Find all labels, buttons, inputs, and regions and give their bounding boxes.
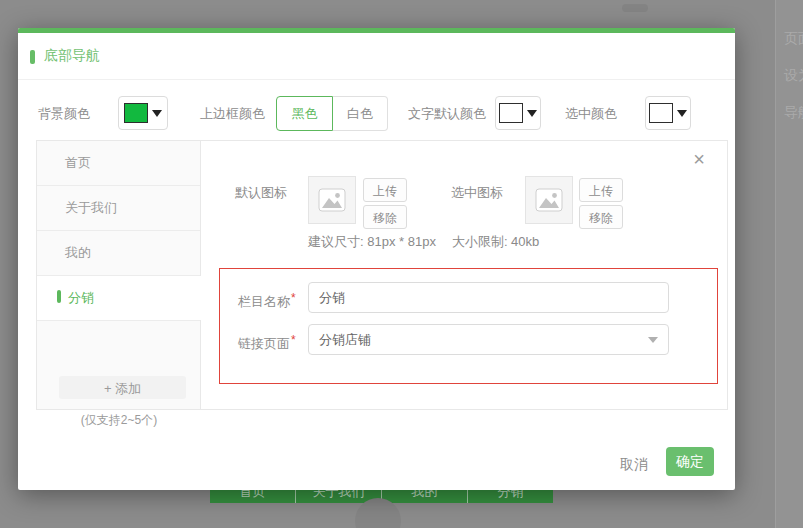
limit-hint: 大小限制: 40kb [452, 234, 539, 249]
tab-label: 首页 [65, 155, 91, 170]
selected-icon-upload-button[interactable]: 上传 [579, 178, 623, 202]
background-panel-item: 导航 [784, 104, 803, 122]
page-scroll-dash [622, 4, 648, 12]
default-icon-upload-button[interactable]: 上传 [363, 178, 407, 202]
text-default-color-label: 文字默认颜色 [408, 105, 486, 123]
required-mark: * [291, 291, 296, 305]
link-page-select[interactable]: 分销店铺 [308, 324, 669, 355]
modal-header: 底部导航 [18, 33, 735, 80]
selected-icon-remove-button[interactable]: 移除 [579, 205, 623, 229]
caret-down-icon [152, 110, 162, 117]
selected-icon-label: 选中图标 [451, 184, 503, 202]
screen: 页面设为导航 首页关于我们我的分销 底部导航 背景颜色 上边框颜色 黑色 白色 … [0, 0, 803, 528]
confirm-button[interactable]: 确定 [666, 447, 714, 476]
default-icon-label: 默认图标 [235, 184, 287, 202]
background-panel-item: 页面 [784, 30, 803, 48]
bottom-nav-settings-modal: 底部导航 背景颜色 上边框颜色 黑色 白色 文字默认颜色 选中颜色 首页关 [18, 28, 735, 490]
tab-label: 分销 [68, 290, 94, 305]
border-white-button[interactable]: 白色 [333, 96, 388, 131]
selected-color-label: 选中颜色 [565, 105, 617, 123]
image-icon [535, 188, 563, 212]
top-border-color-label: 上边框颜色 [200, 105, 265, 123]
tabs-count-note: (仅支持2~5个) [36, 412, 202, 429]
selected-color-picker[interactable] [645, 96, 691, 130]
link-page-value: 分销店铺 [319, 332, 371, 347]
text-color-swatch [499, 103, 523, 123]
border-black-button[interactable]: 黑色 [276, 96, 333, 131]
item-name-label: 栏目名称* [238, 291, 296, 311]
text-color-picker[interactable] [495, 96, 541, 130]
caret-down-icon [677, 110, 687, 117]
required-mark: * [291, 333, 296, 347]
sidebar-tab-我的[interactable]: 我的 [37, 231, 200, 276]
sidebar-tab-分销[interactable]: 分销 [37, 276, 200, 321]
tab-label: 我的 [65, 245, 91, 260]
cancel-button[interactable]: 取消 [614, 452, 654, 478]
modal-title: 底部导航 [44, 47, 100, 65]
selected-color-swatch [649, 103, 673, 123]
bg-color-picker[interactable] [118, 96, 168, 130]
image-icon [318, 188, 346, 212]
bg-color-swatch [124, 103, 148, 123]
upload-hints: 建议尺寸: 81px * 81px大小限制: 40kb [308, 233, 555, 251]
caret-down-icon [648, 337, 658, 343]
nav-items-sidebar: 首页关于我们我的分销 [37, 141, 201, 409]
title-accent-bar [30, 50, 35, 64]
item-name-input[interactable] [308, 282, 669, 313]
sidebar-tab-首页[interactable]: 首页 [37, 141, 200, 186]
caret-down-icon [527, 110, 537, 117]
color-settings-row: 背景颜色 上边框颜色 黑色 白色 文字默认颜色 选中颜色 [18, 96, 735, 131]
active-tab-accent [57, 290, 61, 303]
selected-icon-placeholder[interactable] [525, 176, 573, 224]
link-page-label: 链接页面* [238, 333, 296, 353]
default-icon-placeholder[interactable] [308, 176, 356, 224]
close-icon[interactable]: × [693, 149, 705, 169]
bg-color-label: 背景颜色 [38, 105, 90, 123]
sidebar-tab-关于我们[interactable]: 关于我们 [37, 186, 200, 231]
nav-items-editor: 首页关于我们我的分销 + 添加 × 默认图标 上传 移除 选中图标 [36, 140, 728, 410]
size-hint: 建议尺寸: 81px * 81px [308, 234, 436, 249]
add-nav-item-button[interactable]: + 添加 [59, 376, 186, 399]
background-panel-item: 设为 [784, 67, 803, 85]
tab-label: 关于我们 [65, 200, 117, 215]
background-side-panel: 页面设为导航 [775, 0, 803, 528]
default-icon-remove-button[interactable]: 移除 [363, 205, 407, 229]
